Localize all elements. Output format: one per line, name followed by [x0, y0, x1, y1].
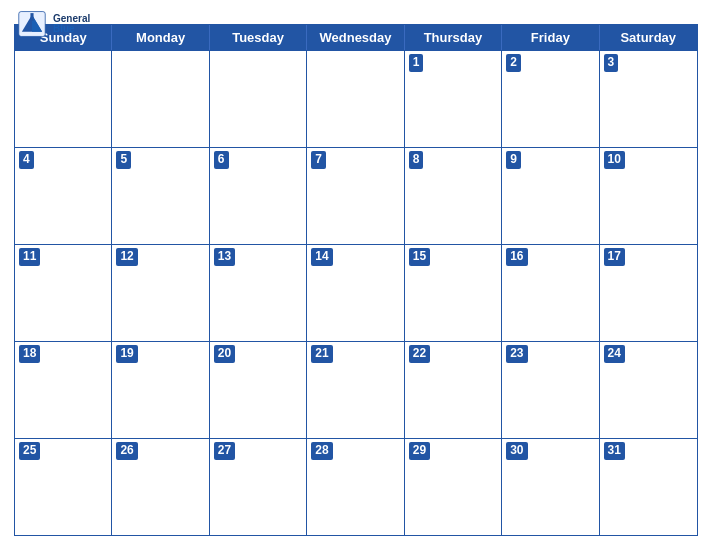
day-number: 31 — [604, 442, 625, 460]
day-number: 20 — [214, 345, 235, 363]
day-cell: 22 — [405, 342, 502, 438]
day-number: 18 — [19, 345, 40, 363]
day-cell: 3 — [600, 51, 697, 147]
day-cell: 8 — [405, 148, 502, 244]
day-cell — [15, 51, 112, 147]
day-number: 15 — [409, 248, 430, 266]
day-cell: 30 — [502, 439, 599, 535]
day-headers: SundayMondayTuesdayWednesdayThursdayFrid… — [15, 25, 697, 50]
day-number: 5 — [116, 151, 131, 169]
day-number: 24 — [604, 345, 625, 363]
day-number: 27 — [214, 442, 235, 460]
day-number: 11 — [19, 248, 40, 266]
week-row-5: 25262728293031 — [15, 438, 697, 535]
day-number: 8 — [409, 151, 424, 169]
day-cell: 29 — [405, 439, 502, 535]
day-number: 6 — [214, 151, 229, 169]
day-header-saturday: Saturday — [600, 25, 697, 50]
day-number: 1 — [409, 54, 424, 72]
day-number: 3 — [604, 54, 619, 72]
day-number: 25 — [19, 442, 40, 460]
calendar-wrapper: General Blue SundayMondayTuesdayWednesda… — [0, 0, 712, 550]
week-row-1: 123 — [15, 50, 697, 147]
day-cell: 25 — [15, 439, 112, 535]
day-header-tuesday: Tuesday — [210, 25, 307, 50]
day-number: 10 — [604, 151, 625, 169]
logo-icon — [14, 10, 50, 38]
day-cell: 15 — [405, 245, 502, 341]
day-number: 7 — [311, 151, 326, 169]
day-number: 17 — [604, 248, 625, 266]
svg-rect-3 — [30, 13, 33, 21]
day-number: 13 — [214, 248, 235, 266]
day-cell: 16 — [502, 245, 599, 341]
day-cell: 14 — [307, 245, 404, 341]
day-cell: 4 — [15, 148, 112, 244]
day-header-monday: Monday — [112, 25, 209, 50]
week-row-3: 11121314151617 — [15, 244, 697, 341]
day-cell: 2 — [502, 51, 599, 147]
day-number: 19 — [116, 345, 137, 363]
day-cell: 12 — [112, 245, 209, 341]
day-cell: 19 — [112, 342, 209, 438]
logo-blue: Blue — [53, 24, 75, 34]
day-header-wednesday: Wednesday — [307, 25, 404, 50]
day-header-thursday: Thursday — [405, 25, 502, 50]
day-number: 4 — [19, 151, 34, 169]
day-cell: 1 — [405, 51, 502, 147]
logo-text-area: General Blue — [53, 14, 90, 34]
day-number: 30 — [506, 442, 527, 460]
week-row-4: 18192021222324 — [15, 341, 697, 438]
day-cell — [112, 51, 209, 147]
day-cell — [307, 51, 404, 147]
day-cell: 6 — [210, 148, 307, 244]
day-cell: 23 — [502, 342, 599, 438]
calendar-header: General Blue — [14, 10, 698, 18]
calendar-grid: SundayMondayTuesdayWednesdayThursdayFrid… — [14, 24, 698, 536]
day-cell: 21 — [307, 342, 404, 438]
day-cell: 5 — [112, 148, 209, 244]
day-number: 14 — [311, 248, 332, 266]
day-number: 9 — [506, 151, 521, 169]
day-cell: 31 — [600, 439, 697, 535]
day-cell: 18 — [15, 342, 112, 438]
day-cell: 20 — [210, 342, 307, 438]
day-number: 28 — [311, 442, 332, 460]
day-number: 16 — [506, 248, 527, 266]
day-number: 29 — [409, 442, 430, 460]
day-number: 2 — [506, 54, 521, 72]
logo-area: General Blue — [14, 10, 90, 38]
weeks-container: 1234567891011121314151617181920212223242… — [15, 50, 697, 535]
day-cell: 11 — [15, 245, 112, 341]
day-number: 21 — [311, 345, 332, 363]
day-cell: 27 — [210, 439, 307, 535]
day-cell: 9 — [502, 148, 599, 244]
day-cell: 24 — [600, 342, 697, 438]
day-number: 23 — [506, 345, 527, 363]
day-number: 26 — [116, 442, 137, 460]
week-row-2: 45678910 — [15, 147, 697, 244]
day-header-friday: Friday — [502, 25, 599, 50]
day-cell: 13 — [210, 245, 307, 341]
day-cell: 26 — [112, 439, 209, 535]
day-cell: 10 — [600, 148, 697, 244]
day-cell: 17 — [600, 245, 697, 341]
day-cell — [210, 51, 307, 147]
day-cell: 7 — [307, 148, 404, 244]
day-number: 12 — [116, 248, 137, 266]
day-number: 22 — [409, 345, 430, 363]
day-cell: 28 — [307, 439, 404, 535]
